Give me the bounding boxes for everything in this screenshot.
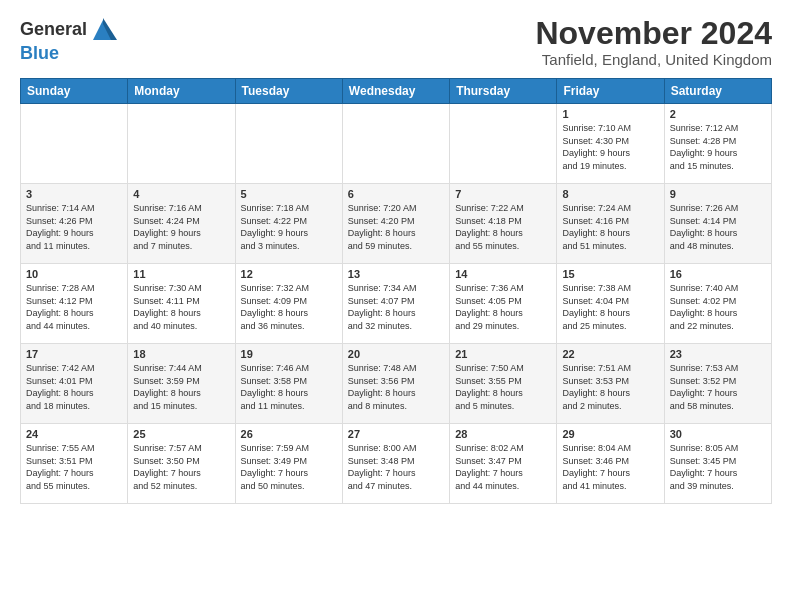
week-row-1: 1Sunrise: 7:10 AM Sunset: 4:30 PM Daylig… xyxy=(21,104,772,184)
month-title: November 2024 xyxy=(535,16,772,51)
day-number: 15 xyxy=(562,268,658,280)
day-info: Sunrise: 7:12 AM Sunset: 4:28 PM Dayligh… xyxy=(670,122,766,172)
calendar-cell: 23Sunrise: 7:53 AM Sunset: 3:52 PM Dayli… xyxy=(664,344,771,424)
day-number: 3 xyxy=(26,188,122,200)
calendar-cell: 15Sunrise: 7:38 AM Sunset: 4:04 PM Dayli… xyxy=(557,264,664,344)
day-number: 17 xyxy=(26,348,122,360)
calendar-cell: 13Sunrise: 7:34 AM Sunset: 4:07 PM Dayli… xyxy=(342,264,449,344)
day-number: 25 xyxy=(133,428,229,440)
day-info: Sunrise: 7:26 AM Sunset: 4:14 PM Dayligh… xyxy=(670,202,766,252)
day-info: Sunrise: 8:02 AM Sunset: 3:47 PM Dayligh… xyxy=(455,442,551,492)
calendar-cell: 11Sunrise: 7:30 AM Sunset: 4:11 PM Dayli… xyxy=(128,264,235,344)
weekday-header-saturday: Saturday xyxy=(664,79,771,104)
weekday-header-monday: Monday xyxy=(128,79,235,104)
calendar-cell: 9Sunrise: 7:26 AM Sunset: 4:14 PM Daylig… xyxy=(664,184,771,264)
day-info: Sunrise: 7:42 AM Sunset: 4:01 PM Dayligh… xyxy=(26,362,122,412)
day-number: 1 xyxy=(562,108,658,120)
day-number: 29 xyxy=(562,428,658,440)
day-info: Sunrise: 7:51 AM Sunset: 3:53 PM Dayligh… xyxy=(562,362,658,412)
day-number: 10 xyxy=(26,268,122,280)
calendar-cell xyxy=(21,104,128,184)
calendar-cell xyxy=(342,104,449,184)
day-number: 7 xyxy=(455,188,551,200)
day-number: 2 xyxy=(670,108,766,120)
day-info: Sunrise: 8:04 AM Sunset: 3:46 PM Dayligh… xyxy=(562,442,658,492)
weekday-header-thursday: Thursday xyxy=(450,79,557,104)
day-info: Sunrise: 7:22 AM Sunset: 4:18 PM Dayligh… xyxy=(455,202,551,252)
day-number: 26 xyxy=(241,428,337,440)
day-info: Sunrise: 7:16 AM Sunset: 4:24 PM Dayligh… xyxy=(133,202,229,252)
week-row-3: 10Sunrise: 7:28 AM Sunset: 4:12 PM Dayli… xyxy=(21,264,772,344)
calendar-cell: 6Sunrise: 7:20 AM Sunset: 4:20 PM Daylig… xyxy=(342,184,449,264)
day-number: 12 xyxy=(241,268,337,280)
page: General Blue November 2024 Tanfield, Eng… xyxy=(0,0,792,514)
calendar-cell: 1Sunrise: 7:10 AM Sunset: 4:30 PM Daylig… xyxy=(557,104,664,184)
weekday-header-sunday: Sunday xyxy=(21,79,128,104)
day-info: Sunrise: 7:48 AM Sunset: 3:56 PM Dayligh… xyxy=(348,362,444,412)
calendar-cell xyxy=(128,104,235,184)
day-number: 30 xyxy=(670,428,766,440)
calendar-cell: 26Sunrise: 7:59 AM Sunset: 3:49 PM Dayli… xyxy=(235,424,342,504)
logo-general: General xyxy=(20,20,87,40)
calendar-cell: 29Sunrise: 8:04 AM Sunset: 3:46 PM Dayli… xyxy=(557,424,664,504)
calendar-cell: 4Sunrise: 7:16 AM Sunset: 4:24 PM Daylig… xyxy=(128,184,235,264)
header: General Blue November 2024 Tanfield, Eng… xyxy=(20,16,772,68)
day-number: 21 xyxy=(455,348,551,360)
week-row-4: 17Sunrise: 7:42 AM Sunset: 4:01 PM Dayli… xyxy=(21,344,772,424)
day-info: Sunrise: 7:59 AM Sunset: 3:49 PM Dayligh… xyxy=(241,442,337,492)
calendar-cell: 12Sunrise: 7:32 AM Sunset: 4:09 PM Dayli… xyxy=(235,264,342,344)
day-number: 18 xyxy=(133,348,229,360)
calendar-cell: 19Sunrise: 7:46 AM Sunset: 3:58 PM Dayli… xyxy=(235,344,342,424)
calendar-cell: 2Sunrise: 7:12 AM Sunset: 4:28 PM Daylig… xyxy=(664,104,771,184)
calendar-cell: 17Sunrise: 7:42 AM Sunset: 4:01 PM Dayli… xyxy=(21,344,128,424)
calendar-cell: 14Sunrise: 7:36 AM Sunset: 4:05 PM Dayli… xyxy=(450,264,557,344)
week-row-2: 3Sunrise: 7:14 AM Sunset: 4:26 PM Daylig… xyxy=(21,184,772,264)
day-info: Sunrise: 8:05 AM Sunset: 3:45 PM Dayligh… xyxy=(670,442,766,492)
week-row-5: 24Sunrise: 7:55 AM Sunset: 3:51 PM Dayli… xyxy=(21,424,772,504)
calendar-cell: 25Sunrise: 7:57 AM Sunset: 3:50 PM Dayli… xyxy=(128,424,235,504)
calendar-cell: 5Sunrise: 7:18 AM Sunset: 4:22 PM Daylig… xyxy=(235,184,342,264)
calendar-cell: 18Sunrise: 7:44 AM Sunset: 3:59 PM Dayli… xyxy=(128,344,235,424)
day-number: 16 xyxy=(670,268,766,280)
day-info: Sunrise: 7:18 AM Sunset: 4:22 PM Dayligh… xyxy=(241,202,337,252)
day-number: 11 xyxy=(133,268,229,280)
day-number: 23 xyxy=(670,348,766,360)
day-number: 13 xyxy=(348,268,444,280)
day-number: 27 xyxy=(348,428,444,440)
day-number: 6 xyxy=(348,188,444,200)
day-info: Sunrise: 7:30 AM Sunset: 4:11 PM Dayligh… xyxy=(133,282,229,332)
day-info: Sunrise: 7:32 AM Sunset: 4:09 PM Dayligh… xyxy=(241,282,337,332)
calendar-cell: 21Sunrise: 7:50 AM Sunset: 3:55 PM Dayli… xyxy=(450,344,557,424)
day-number: 19 xyxy=(241,348,337,360)
day-info: Sunrise: 7:44 AM Sunset: 3:59 PM Dayligh… xyxy=(133,362,229,412)
calendar: SundayMondayTuesdayWednesdayThursdayFrid… xyxy=(20,78,772,504)
day-info: Sunrise: 7:24 AM Sunset: 4:16 PM Dayligh… xyxy=(562,202,658,252)
calendar-cell: 7Sunrise: 7:22 AM Sunset: 4:18 PM Daylig… xyxy=(450,184,557,264)
calendar-cell: 3Sunrise: 7:14 AM Sunset: 4:26 PM Daylig… xyxy=(21,184,128,264)
day-info: Sunrise: 8:00 AM Sunset: 3:48 PM Dayligh… xyxy=(348,442,444,492)
calendar-cell: 28Sunrise: 8:02 AM Sunset: 3:47 PM Dayli… xyxy=(450,424,557,504)
day-info: Sunrise: 7:38 AM Sunset: 4:04 PM Dayligh… xyxy=(562,282,658,332)
day-info: Sunrise: 7:14 AM Sunset: 4:26 PM Dayligh… xyxy=(26,202,122,252)
logo-icon xyxy=(89,16,117,44)
weekday-header-wednesday: Wednesday xyxy=(342,79,449,104)
day-number: 28 xyxy=(455,428,551,440)
title-block: November 2024 Tanfield, England, United … xyxy=(535,16,772,68)
day-number: 22 xyxy=(562,348,658,360)
calendar-cell xyxy=(450,104,557,184)
day-info: Sunrise: 7:40 AM Sunset: 4:02 PM Dayligh… xyxy=(670,282,766,332)
weekday-header-row: SundayMondayTuesdayWednesdayThursdayFrid… xyxy=(21,79,772,104)
logo: General Blue xyxy=(20,16,117,64)
day-number: 20 xyxy=(348,348,444,360)
day-number: 14 xyxy=(455,268,551,280)
location: Tanfield, England, United Kingdom xyxy=(535,51,772,68)
day-info: Sunrise: 7:10 AM Sunset: 4:30 PM Dayligh… xyxy=(562,122,658,172)
day-number: 5 xyxy=(241,188,337,200)
day-info: Sunrise: 7:20 AM Sunset: 4:20 PM Dayligh… xyxy=(348,202,444,252)
day-info: Sunrise: 7:36 AM Sunset: 4:05 PM Dayligh… xyxy=(455,282,551,332)
day-info: Sunrise: 7:55 AM Sunset: 3:51 PM Dayligh… xyxy=(26,442,122,492)
day-info: Sunrise: 7:34 AM Sunset: 4:07 PM Dayligh… xyxy=(348,282,444,332)
weekday-header-friday: Friday xyxy=(557,79,664,104)
logo-blue: Blue xyxy=(20,43,59,63)
day-number: 24 xyxy=(26,428,122,440)
